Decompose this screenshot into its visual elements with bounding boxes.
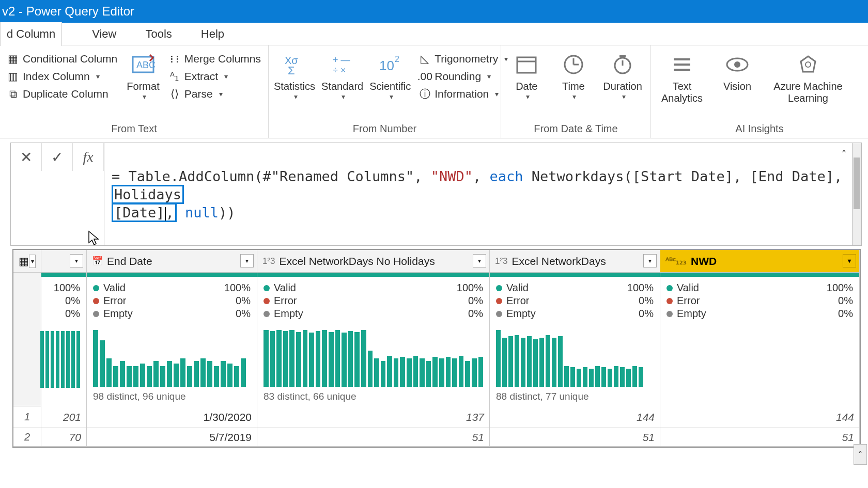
cell-exn[interactable]: 51	[490, 428, 660, 447]
duplicate-column-icon: ⧉	[7, 88, 19, 100]
tab-add-column[interactable]: d Column	[0, 22, 62, 46]
cell-index[interactable]: 70	[41, 428, 87, 447]
quality-bar	[13, 273, 860, 277]
profile-index: 100% 0% 0%	[41, 277, 87, 406]
conditional-column-icon: ▦	[7, 53, 19, 65]
trigonometry-button[interactable]: ◺ Trigonometry	[417, 52, 510, 66]
time-icon	[561, 52, 586, 77]
formula-input[interactable]: = Table.AddColumn(#"Renamed Columns", "N…	[104, 143, 853, 246]
formula-scrollbar[interactable]	[853, 143, 862, 246]
standard-icon: + —÷ ×	[330, 52, 355, 77]
vertical-scroll-up-button[interactable]: ˄	[854, 444, 867, 448]
group-from-number-label: From Number	[274, 121, 495, 136]
parse-button[interactable]: ⟨⟩ Parse	[167, 87, 263, 101]
column-header-index[interactable]: ▾	[41, 250, 87, 273]
column-header-excel-networkdays[interactable]: 1²3 Excel NetworkDays ▾	[490, 250, 660, 273]
index-column-icon: ▥	[7, 71, 19, 82]
formula-expand-button[interactable]: ˄	[841, 148, 847, 163]
any-type-icon: ᴬᴮᶜ₁₂₃	[665, 256, 687, 266]
number-type-icon: 1²3	[495, 256, 508, 266]
filter-dropdown-nwd[interactable]: ▾	[843, 254, 856, 267]
cell-index[interactable]: 201	[41, 406, 87, 428]
filter-dropdown-index[interactable]: ▾	[70, 254, 83, 267]
cell-exn[interactable]: 144	[490, 406, 660, 428]
date-icon	[514, 52, 539, 77]
duplicate-column-button[interactable]: ⧉ Duplicate Column	[5, 87, 119, 101]
extract-button[interactable]: ᴬ₁ Extract	[167, 69, 263, 84]
merge-columns-button[interactable]: ⫶⫶ Merge Columns	[167, 52, 263, 66]
svg-text:ABC: ABC	[136, 60, 156, 70]
data-grid: ▦ ▾ ▾ 📅 End Date ▾ 1²3 Excel NetworkDays…	[12, 249, 861, 448]
filter-dropdown-exh[interactable]: ▾	[473, 254, 486, 267]
column-header-nwd[interactable]: ᴬᴮᶜ₁₂₃ NWD ▾	[660, 250, 860, 273]
group-ai-insights-label: AI Insights	[656, 121, 863, 136]
time-button[interactable]: Time	[553, 49, 594, 101]
format-icon: ABC	[130, 52, 156, 77]
vision-button[interactable]: Vision	[714, 49, 761, 92]
tab-tools[interactable]: Tools	[131, 22, 186, 46]
duration-button[interactable]: Duration	[600, 49, 645, 101]
calendar-icon: 📅	[92, 256, 103, 266]
histogram-exh	[264, 325, 483, 387]
svg-rect-8	[517, 57, 536, 73]
column-header-excel-no-holidays[interactable]: 1²3 Excel NetworkDays No Holidays ▾	[257, 250, 490, 273]
profile-end-date: Valid100% Error0% Empty0% 98 distinct, 9…	[87, 277, 257, 406]
information-button[interactable]: ⓘ Information	[417, 87, 510, 101]
highlight-holidays: Holidays	[112, 185, 184, 204]
filter-dropdown-exn[interactable]: ▾	[643, 254, 657, 267]
profile-exh: Valid100% Error0% Empty0% 83 distinct, 6…	[257, 277, 490, 406]
information-icon: ⓘ	[419, 88, 430, 100]
cell-end-date[interactable]: 5/7/2019	[87, 428, 257, 447]
statistics-button[interactable]: XσΣ Statistics	[274, 49, 315, 101]
formula-bar: ✕ ✓ fx = Table.AddColumn(#"Renamed Colum…	[10, 143, 862, 246]
cell-exh[interactable]: 51	[257, 428, 490, 447]
histogram-end-date	[93, 325, 251, 387]
group-from-text-label: From Text	[5, 121, 263, 136]
duration-icon	[610, 52, 636, 77]
svg-point-21	[805, 62, 811, 67]
tab-help[interactable]: Help	[187, 22, 239, 46]
cell-end-date[interactable]: 1/30/2020	[87, 406, 257, 428]
svg-text:+ —: + —	[333, 55, 350, 65]
column-profile-row: 100% 0% 0% Valid100% Error0% Empty0% 98 …	[13, 277, 860, 406]
azure-ml-button[interactable]: Azure Machine Learning	[767, 49, 849, 104]
histogram-exn	[496, 325, 654, 387]
profile-exn: Valid100% Error0% Empty0% 88 distinct, 7…	[490, 277, 660, 406]
format-button[interactable]: ABC Format	[126, 49, 160, 101]
azure-ml-icon	[795, 52, 821, 77]
table-row[interactable]: 2 70 5/7/2019 51 51 51	[13, 428, 860, 447]
statistics-icon: XσΣ	[282, 52, 307, 77]
date-button[interactable]: Date	[506, 49, 547, 101]
cell-nwd[interactable]: 51	[660, 428, 860, 447]
profile-nwd: Valid100% Error0% Empty0%	[660, 277, 860, 406]
cell-exh[interactable]: 137	[257, 406, 490, 428]
histogram-index	[40, 326, 80, 388]
table-corner[interactable]: ▦ ▾	[13, 250, 41, 273]
accept-formula-button[interactable]: ✓	[42, 143, 73, 171]
cancel-formula-button[interactable]: ✕	[11, 143, 42, 171]
rounding-button[interactable]: .00 Rounding	[417, 69, 510, 84]
highlight-date: [Date],	[112, 203, 177, 222]
table-row[interactable]: 1 201 1/30/2020 137 144 144	[13, 406, 860, 428]
text-analytics-button[interactable]: Text Analytics	[656, 49, 708, 104]
column-header-end-date[interactable]: 📅 End Date ▾	[87, 250, 257, 273]
tab-view[interactable]: View	[78, 22, 131, 46]
scientific-button[interactable]: 102 Scientific	[369, 49, 411, 101]
title-bar: v2 - Power Query Editor	[0, 0, 868, 23]
standard-button[interactable]: + —÷ × Standard	[321, 49, 363, 101]
fx-button[interactable]: fx	[73, 143, 104, 171]
svg-point-20	[734, 61, 740, 68]
svg-text:10: 10	[379, 58, 394, 73]
ribbon: ▦ Conditional Column ▥ Index Column ⧉ Du…	[0, 45, 868, 138]
index-column-button[interactable]: ▥ Index Column	[5, 69, 119, 84]
svg-text:2: 2	[395, 55, 399, 64]
menu-bar: d Column View Tools Help	[0, 23, 868, 45]
filter-dropdown-end-date[interactable]: ▾	[240, 254, 254, 267]
extract-icon: ᴬ₁	[169, 71, 180, 82]
table-menu-dropdown[interactable]: ▾	[29, 255, 36, 268]
cell-nwd[interactable]: 144	[660, 406, 860, 428]
window-title: v2 - Power Query Editor	[2, 4, 134, 19]
parse-icon: ⟨⟩	[169, 88, 180, 100]
trigonometry-icon: ◺	[419, 53, 430, 65]
conditional-column-button[interactable]: ▦ Conditional Column	[5, 52, 119, 66]
